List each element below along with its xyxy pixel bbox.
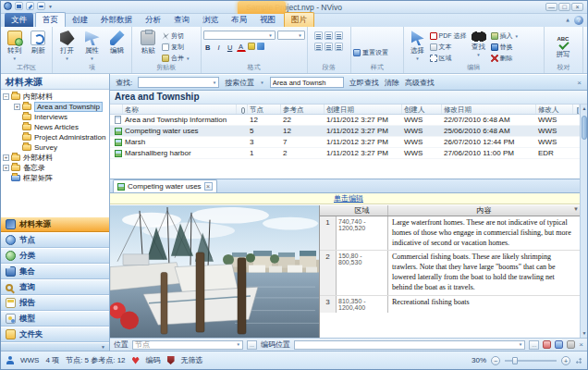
location-combo[interactable]: 节点 ▼ [132,340,243,350]
scroll-down-icon[interactable]: ▼ [581,329,588,338]
italic-button[interactable]: I [214,43,224,52]
list-row-area-and-township-information[interactable]: Area and Township Information 12 22 1/11… [110,115,580,126]
zoom-in-button[interactable]: + [561,356,570,365]
maximize-button[interactable]: □ [558,3,570,11]
column-chooser[interactable] [573,105,580,114]
table-scroll-icon[interactable]: ▼ [573,206,579,212]
close-button[interactable]: × [571,3,583,11]
zoom-out-button[interactable]: − [491,356,500,365]
list-row-marsh[interactable]: Marsh 3 7 1/11/2012 3:27 PM WWS 26/07/20… [110,137,580,148]
text-selection-button[interactable]: 文本 [430,43,467,52]
help-icon[interactable]: ? [574,16,583,25]
log-row-1[interactable]: 1 740,740 - 1200,520 Large waterfront ho… [320,216,580,251]
pdf-selection-button[interactable]: PDF 选择 [430,31,467,41]
expand-icon[interactable]: + [3,154,9,161]
clear-button[interactable]: 清除 [385,78,399,88]
expand-icon[interactable]: + [14,104,20,110]
properties-button[interactable]: 属性 ▼ [80,29,104,61]
vertical-scrollbar[interactable]: ▲ ▼ [580,105,587,338]
replace-button[interactable]: 替换 [491,43,519,52]
outdent-icon[interactable] [335,31,343,40]
scroll-up-icon[interactable]: ▲ [581,105,588,113]
find-now-button[interactable]: 立即查找 [349,78,379,88]
highlight-icon[interactable] [248,43,255,50]
select-button[interactable]: 选择 ▼ [406,29,430,61]
nav-nodes[interactable]: 节点 [1,232,109,248]
tree-item-survey[interactable]: Survey [1,142,109,153]
log-row-2[interactable]: 2 150,80 - 800,530 Commercial fishing bo… [320,251,580,295]
zoom-slider[interactable] [505,360,557,362]
refresh-button[interactable]: 刷新 [27,29,51,56]
code-at-browse-button[interactable]: ... [529,340,539,350]
copy-button[interactable]: 复制 [162,43,190,52]
tab-view[interactable]: 视图 [253,13,282,27]
find-button[interactable]: 查找 ▼ [467,29,491,57]
minimize-button[interactable]: — [545,3,557,11]
nav-collections[interactable]: 集合 [1,264,109,279]
numbered-list-icon[interactable] [325,31,333,40]
tab-home[interactable]: 首页 [35,12,66,27]
detail-tab-close-icon[interactable]: × [204,182,213,191]
tab-picture-contextual[interactable]: 图片 [284,12,314,27]
footer-close-icon[interactable]: × [579,340,583,349]
underline-button[interactable]: U [226,43,235,52]
nav-reports[interactable]: 报告 [1,295,109,311]
open-button[interactable]: 打开 ▼ [55,29,80,61]
log-row-3[interactable]: 3 810,350 - 1200,400 Recreational fishin… [320,296,580,313]
delete-button[interactable]: 删除 [491,54,519,63]
cut-button[interactable]: 剪切 [162,31,190,41]
font-name-combo[interactable]: ▼ [203,31,276,40]
align-center-icon[interactable] [335,43,343,51]
tree-item-interviews[interactable]: Interviews [1,112,109,122]
tab-create[interactable]: 创建 [66,13,94,27]
tab-file[interactable]: 文件 [5,13,33,27]
list-row-competing-water-uses[interactable]: Competing water uses 5 12 1/11/2012 3:27… [110,126,580,137]
location-browse-button[interactable]: ... [247,340,257,350]
list-row-marshallberg-harbor[interactable]: Marshallberg harbor 1 2 1/11/2012 3:27 P… [110,148,580,159]
column-region[interactable]: 区域 [337,205,388,216]
zoom-slider-thumb[interactable] [512,357,518,364]
edit-button[interactable]: 编辑 [104,29,129,56]
coding-options-icon[interactable] [567,340,575,349]
minimize-ribbon-icon[interactable]: ▼ [565,18,570,23]
harbor-photo[interactable] [110,205,319,338]
reset-settings-button[interactable]: 重置设置 [353,48,388,57]
column-nodes[interactable]: 节点 [248,105,281,114]
nav-folders[interactable]: 文件夹 [1,327,109,342]
nav-queries[interactable]: 查询 [1,279,109,295]
merge-button[interactable]: 合并 ▼ [162,54,190,63]
collapse-icon[interactable]: − [3,93,9,100]
tree-item-externals[interactable]: + 外部材料 [1,153,109,163]
column-attachment[interactable] [237,105,248,114]
search-location-input[interactable] [270,77,344,88]
detail-tab-competing-water-uses[interactable]: Competing water uses × [113,179,217,192]
column-name[interactable]: 名称 [123,105,237,114]
spelling-button[interactable]: ABC 拼写 [546,34,580,59]
column-references[interactable]: 参考点 [281,105,325,114]
tree-item-news-articles[interactable]: News Articles [1,122,109,132]
nav-classifications[interactable]: 分类 [1,248,109,264]
column-content[interactable]: 内容 ▼ [388,205,580,216]
advanced-find-button[interactable]: 高级查找 [405,78,435,88]
resize-grip[interactable] [575,357,582,364]
indent-icon[interactable] [314,43,323,51]
tree-item-area-and-township[interactable]: + Area and Township [1,102,109,112]
find-bar-close-icon[interactable]: × [577,79,582,87]
region-selection-button[interactable]: 区域 [430,54,467,63]
align-left-icon[interactable] [325,43,333,51]
code-button-icon[interactable] [543,340,551,349]
row-icon-column[interactable] [110,105,123,114]
go-button[interactable]: 转到 ▼ [3,29,27,61]
column-modified-by[interactable]: 修改人 [536,105,573,114]
pen-color-icon[interactable] [257,43,264,50]
bold-button[interactable]: B [203,43,213,52]
nav-sources[interactable]: 材料来源 [1,216,109,232]
bullet-list-icon[interactable] [314,31,323,40]
expand-icon[interactable]: + [3,165,9,171]
tree-item-memos[interactable]: + 备忘录 [1,163,109,173]
find-combo[interactable]: ▼ [138,77,219,88]
tab-external-data[interactable]: 外部数据 [94,13,139,27]
tab-layout[interactable]: 布局 [225,13,253,27]
tab-explore[interactable]: 浏览 [196,13,225,27]
tree-item-project-administration[interactable]: Project Administration [1,132,109,142]
